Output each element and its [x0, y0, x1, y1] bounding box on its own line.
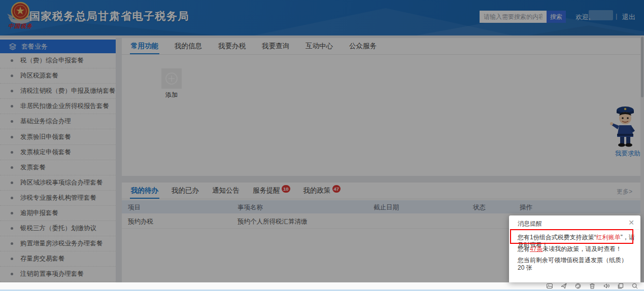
message-text: 您当前剩余可领增值税普通发票（纸质） 20 张	[518, 257, 627, 271]
message-text: 未读我的政策，请及时查看！	[543, 245, 622, 252]
trash-icon[interactable]	[589, 283, 595, 289]
close-icon[interactable]: ✕	[628, 219, 634, 227]
speaker-icon[interactable]	[603, 283, 609, 289]
annotation-toolbar	[547, 282, 638, 289]
window-icon[interactable]	[618, 283, 624, 289]
search-icon[interactable]	[632, 283, 638, 289]
message-text: 您有1份组合式税费支持政策“	[518, 234, 596, 241]
popup-divider	[509, 229, 640, 230]
send-icon[interactable]	[561, 283, 567, 289]
unread-count-link[interactable]: 47条	[530, 245, 543, 252]
popup-message-invoice-remaining: 您当前剩余可领增值税普通发票（纸质） 20 张	[518, 257, 635, 272]
history-icon[interactable]	[575, 283, 581, 289]
message-text: 您有	[518, 245, 530, 252]
image-icon[interactable]	[547, 283, 553, 289]
message-reminder-popup: 消息提醒 ✕ 您有1份组合式税费支持政策“红利账单”，请及时查看！ 您有47条未…	[509, 215, 640, 282]
popup-title: 消息提醒	[518, 220, 542, 228]
message-highlight[interactable]: 红利账单	[596, 234, 621, 241]
popup-message-unread-policies[interactable]: 您有47条未读我的政策，请及时查看！	[518, 245, 635, 253]
